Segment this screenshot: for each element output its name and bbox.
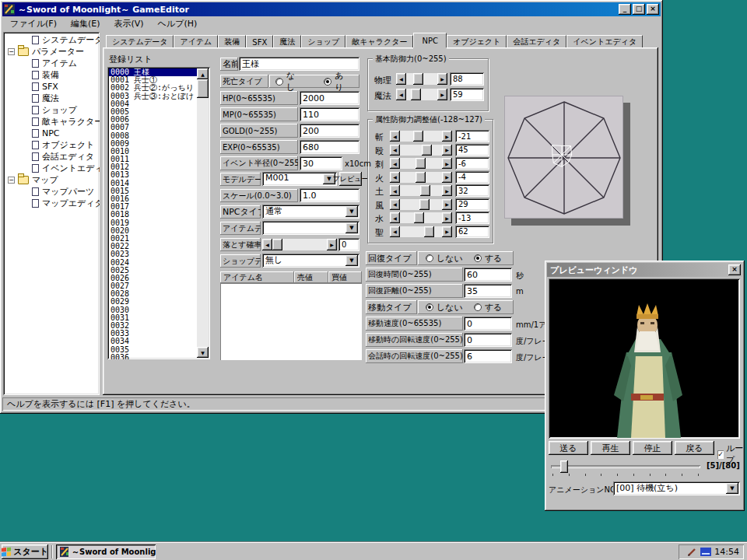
arrow-right-icon[interactable]: ▶ xyxy=(437,73,447,85)
list-item[interactable]: 0029 xyxy=(109,298,197,306)
tab-イベントエディタ[interactable]: イベントエディタ xyxy=(566,35,643,47)
tree-item[interactable]: 魔法 xyxy=(6,93,100,104)
list-item[interactable]: 0000 王様 xyxy=(109,68,197,76)
attribute-slider[interactable]: ◀▶ xyxy=(390,145,452,156)
radio-dot-icon[interactable] xyxy=(474,303,482,311)
tab-敵キャラクター[interactable]: 敵キャラクター xyxy=(345,35,413,47)
animation-combo[interactable]: [00] 待機(立ち)▼ xyxy=(613,481,740,495)
list-item[interactable]: 0025 xyxy=(109,267,197,275)
attribute-slider[interactable]: ◀▶ xyxy=(390,172,452,183)
list-item[interactable]: 0011 xyxy=(109,156,197,163)
defense-input[interactable]: 88 xyxy=(450,72,484,86)
list-item[interactable]: 0024 xyxy=(109,259,197,267)
list-item[interactable]: 0015 xyxy=(109,187,197,195)
list-item[interactable]: 0006 xyxy=(109,116,197,124)
model-data-combo[interactable]: M001▼ xyxy=(262,172,337,186)
scroll-track[interactable] xyxy=(400,199,442,210)
list-item[interactable]: 0007 xyxy=(109,124,197,131)
radio-dot-icon[interactable] xyxy=(426,254,433,262)
scroll-thumb[interactable] xyxy=(413,131,423,142)
tab-ショップ[interactable]: ショップ xyxy=(301,35,345,47)
arrow-left-icon[interactable]: ◀ xyxy=(390,212,400,223)
arrow-right-icon[interactable]: ▶ xyxy=(442,226,452,237)
scroll-thumb[interactable] xyxy=(197,79,209,98)
field-input[interactable]: 680 xyxy=(300,140,359,154)
scroll-thumb[interactable] xyxy=(422,145,432,156)
tree-item[interactable]: アイテム xyxy=(6,58,100,69)
preview-button[interactable]: プレビュー xyxy=(339,172,362,186)
tree-item[interactable]: マップパーツ xyxy=(6,186,100,198)
list-item[interactable]: 0009 xyxy=(109,140,197,148)
arrow-left-icon[interactable]: ◀ xyxy=(390,185,400,196)
tree-item[interactable]: 装備 xyxy=(6,69,100,81)
list-item[interactable]: 0005 xyxy=(109,108,197,116)
tab-システムデータ[interactable]: システムデータ xyxy=(106,35,174,47)
chevron-down-icon[interactable]: ▼ xyxy=(345,222,358,233)
arrow-right-icon[interactable]: ▶ xyxy=(442,199,452,210)
tree-item[interactable]: −パラメーター xyxy=(6,46,100,58)
list-item[interactable]: 0013 xyxy=(109,171,197,179)
list-item[interactable]: 0019 xyxy=(109,219,197,227)
registration-list[interactable]: 0000 王様0001 兵士①0002 兵士②:がっちり0003 兵士③:おとぼ… xyxy=(107,67,210,359)
drop-rate-input[interactable]: 0 xyxy=(338,238,359,251)
list-item[interactable]: 0035 xyxy=(109,346,197,354)
list-item[interactable]: 0003 兵士③:おとぼけ xyxy=(109,93,197,100)
menu-item[interactable]: 編集(E) xyxy=(64,16,107,31)
item-table-body[interactable] xyxy=(220,283,362,360)
behavior-input[interactable]: 0 xyxy=(464,333,512,347)
tree-item[interactable]: マップエディタ xyxy=(6,198,100,209)
scroll-track[interactable] xyxy=(400,212,442,223)
scroll-up-icon[interactable]: ▲ xyxy=(197,68,209,79)
arrow-left-icon[interactable]: ◀ xyxy=(390,131,400,142)
tab-SFX[interactable]: SFX xyxy=(246,35,273,47)
scroll-thumb[interactable] xyxy=(411,89,421,100)
menu-item[interactable]: 表示(V) xyxy=(107,16,151,31)
tree-item[interactable]: SFX xyxy=(6,81,100,93)
list-item[interactable]: 0014 xyxy=(109,180,197,187)
menu-item[interactable]: ヘルプ(H) xyxy=(151,16,205,31)
npc-type-combo[interactable]: 通常▼ xyxy=(262,205,359,219)
scroll-track[interactable] xyxy=(406,73,437,85)
behavior-input[interactable]: 0 xyxy=(464,317,512,331)
preview-送る-button[interactable]: 送る xyxy=(549,441,588,455)
arrow-right-icon[interactable]: ▶ xyxy=(327,239,337,250)
arrow-right-icon[interactable]: ▶ xyxy=(442,145,452,156)
field-input[interactable]: 110 xyxy=(300,107,359,121)
arrow-left-icon[interactable]: ◀ xyxy=(396,89,406,100)
tree-item[interactable]: −マップ xyxy=(6,174,100,186)
start-button[interactable]: スタート xyxy=(2,544,48,559)
list-item[interactable]: 0034 xyxy=(109,338,197,345)
arrow-right-icon[interactable]: ▶ xyxy=(442,131,452,142)
list-item[interactable]: 0036 xyxy=(109,354,197,359)
chevron-down-icon[interactable]: ▼ xyxy=(345,255,358,266)
shop-data-combo[interactable]: 無し▼ xyxy=(262,254,359,268)
radio-なし[interactable]: なし xyxy=(275,70,297,93)
radio-しない[interactable]: しない xyxy=(426,302,463,313)
list-item[interactable]: 0017 xyxy=(109,203,197,211)
ime-language-icon[interactable] xyxy=(700,548,711,556)
scroll-thumb[interactable] xyxy=(424,226,434,237)
radio-dot-icon[interactable] xyxy=(324,78,331,86)
scroll-track[interactable] xyxy=(272,239,327,250)
radio-dot-icon[interactable] xyxy=(275,78,283,86)
arrow-left-icon[interactable]: ◀ xyxy=(390,158,400,169)
list-item[interactable]: 0012 xyxy=(109,163,197,171)
item-table-header-cell[interactable]: アイテム名 xyxy=(220,271,294,283)
scroll-thumb[interactable] xyxy=(413,73,423,85)
item-data-combo[interactable]: ▼ xyxy=(262,221,359,235)
attribute-input[interactable]: -4 xyxy=(455,171,489,184)
behavior-input[interactable]: 6 xyxy=(464,349,512,363)
task-button[interactable]: ～Sword of Moonligh... xyxy=(56,544,156,559)
radio-dot-icon[interactable] xyxy=(426,303,433,311)
list-item[interactable]: 0008 xyxy=(109,132,197,140)
scroll-track[interactable] xyxy=(400,172,442,183)
tree-expander-icon[interactable]: − xyxy=(8,48,15,55)
attribute-input[interactable]: 29 xyxy=(455,198,489,211)
preview-titlebar[interactable]: プレビューウィンドウ × xyxy=(547,263,742,277)
tree-item[interactable]: 敵キャラクター xyxy=(6,116,100,128)
scroll-down-icon[interactable]: ▼ xyxy=(197,347,209,358)
item-table-header-cell[interactable]: 売値 xyxy=(294,271,328,283)
maximize-icon[interactable]: □ xyxy=(633,4,645,15)
defense-slider[interactable]: ◀▶ xyxy=(396,89,447,100)
list-scrollbar[interactable]: ▲ ▼ xyxy=(197,68,209,358)
